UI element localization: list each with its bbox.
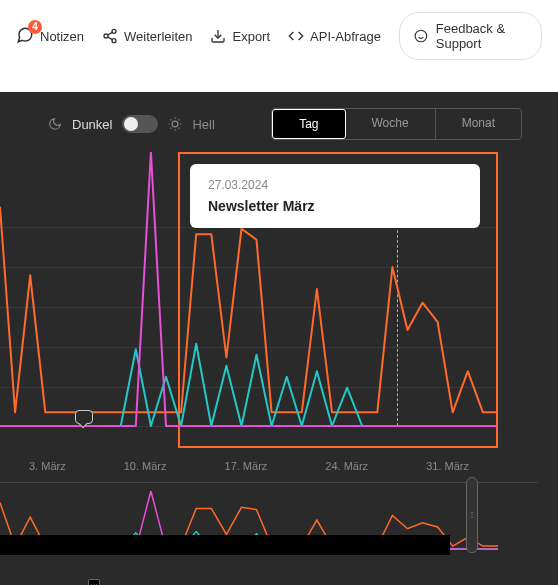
- time-range-tabs: Tag Woche Monat: [271, 108, 522, 140]
- theme-toggle: Dunkel Hell: [48, 115, 215, 133]
- tooltip-title: Newsletter März: [208, 198, 462, 214]
- export-label: Export: [232, 29, 270, 44]
- notes-button[interactable]: 4 Notizen: [16, 26, 84, 47]
- svg-point-1: [104, 34, 108, 38]
- svg-line-13: [179, 128, 180, 129]
- x-axis-ticks: 3. März 10. März 17. März 24. März 31. M…: [0, 460, 498, 472]
- notes-badge: 4: [28, 20, 42, 34]
- main-chart[interactable]: 27.03.2024 Newsletter März 3. März 10. M…: [0, 152, 538, 452]
- x-tick: 31. März: [426, 460, 469, 472]
- api-button[interactable]: API-Abfrage: [288, 28, 381, 44]
- tab-week[interactable]: Woche: [346, 109, 436, 139]
- range-slider-handle[interactable]: ⋮: [466, 477, 478, 553]
- notes-label: Notizen: [40, 29, 84, 44]
- svg-point-0: [112, 29, 116, 33]
- code-icon: [288, 28, 304, 44]
- light-label[interactable]: Hell: [192, 117, 214, 132]
- tab-day[interactable]: Tag: [272, 109, 345, 139]
- api-label: API-Abfrage: [310, 29, 381, 44]
- forward-button[interactable]: Weiterleiten: [102, 28, 192, 44]
- svg-line-12: [171, 119, 172, 120]
- share-icon: [102, 28, 118, 44]
- feedback-button[interactable]: Feedback & Support: [399, 12, 542, 60]
- overview-mask: [0, 535, 450, 555]
- x-tick: 10. März: [124, 460, 167, 472]
- svg-point-2: [112, 39, 116, 43]
- svg-line-3: [108, 37, 113, 40]
- dark-label[interactable]: Dunkel: [72, 117, 112, 132]
- theme-switch[interactable]: [122, 115, 158, 133]
- forward-label: Weiterleiten: [124, 29, 192, 44]
- svg-point-9: [173, 121, 179, 127]
- top-toolbar: 4 Notizen Weiterleiten Export API-Abfrag…: [0, 0, 558, 72]
- smiley-icon: [414, 27, 428, 45]
- download-icon: [210, 28, 226, 44]
- x-tick: 17. März: [225, 460, 268, 472]
- x-tick: 3. März: [29, 460, 66, 472]
- tab-month[interactable]: Monat: [436, 109, 521, 139]
- svg-line-17: [179, 119, 180, 120]
- note-marker-icon[interactable]: [75, 410, 93, 424]
- svg-line-16: [171, 128, 172, 129]
- svg-line-4: [108, 32, 113, 35]
- x-tick: 24. März: [325, 460, 368, 472]
- chart-tooltip: 27.03.2024 Newsletter März: [190, 164, 480, 228]
- moon-icon: [48, 117, 62, 131]
- export-button[interactable]: Export: [210, 28, 270, 44]
- svg-point-6: [415, 30, 427, 42]
- tooltip-date: 27.03.2024: [208, 178, 462, 192]
- sun-icon: [168, 117, 182, 131]
- overview-chart[interactable]: ⋮ ⋮: [0, 482, 538, 557]
- feedback-label: Feedback & Support: [436, 21, 527, 51]
- range-slider-handle-left[interactable]: ⋮: [88, 579, 100, 585]
- panel-controls: Dunkel Hell Tag Woche Monat: [0, 108, 558, 152]
- chart-panel: Dunkel Hell Tag Woche Monat 27.03.2024 N…: [0, 92, 558, 585]
